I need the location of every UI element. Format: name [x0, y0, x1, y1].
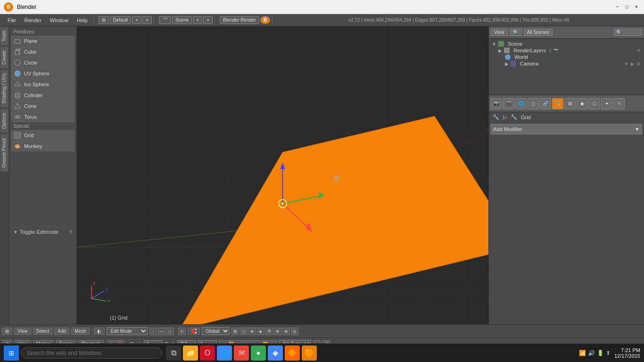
view-opt-4[interactable]: ◈	[257, 328, 264, 335]
scenes-search-input[interactable]	[614, 29, 642, 36]
render-layers-icon	[504, 48, 510, 53]
svg-rect-8	[15, 94, 20, 97]
separator-1	[91, 327, 92, 336]
view-opt-6[interactable]: ⊗	[274, 328, 281, 335]
toggle-editmode-label[interactable]: Toggle Editmode	[20, 229, 58, 235]
camera-restrict-view-icon[interactable]: 👁	[624, 61, 629, 66]
add-scene-button[interactable]: +	[193, 16, 202, 24]
title-bar: B Blender − □ ×	[0, 0, 644, 14]
prop-physics-button[interactable]: ⚛	[613, 98, 625, 109]
svg-point-48	[281, 203, 283, 205]
create-tab[interactable]: Create	[0, 46, 9, 69]
screen-layout-select[interactable]: Default	[110, 16, 132, 24]
app-icon-8[interactable]: 🔶	[285, 346, 300, 361]
edge-select-btn[interactable]: —	[158, 328, 165, 335]
snap-btn[interactable]: 🧲	[188, 328, 200, 335]
grid-special-label: Grid	[24, 132, 34, 138]
minimize-button[interactable]: −	[614, 3, 621, 11]
scenes-label[interactable]: All Scenes	[524, 29, 553, 36]
prop-scene-button[interactable]: 🎬	[503, 98, 514, 109]
viewport[interactable]: User Persp +	[77, 26, 488, 324]
view-opt-3[interactable]: ⊕	[248, 328, 256, 335]
close-button[interactable]: ×	[633, 3, 640, 11]
prop-world-button[interactable]: 🌐	[515, 98, 527, 109]
scenes-search-button[interactable]: 🔍	[510, 29, 522, 36]
world-row[interactable]: World	[491, 54, 642, 60]
primitives-title: Primitives:	[11, 28, 74, 35]
prop-material-button[interactable]: ◆	[577, 98, 588, 109]
grease-pencil-tab[interactable]: Grease Pencil	[0, 134, 9, 172]
maximize-button[interactable]: □	[623, 3, 631, 11]
plane-item[interactable]: Plane	[11, 36, 74, 46]
chrome-icon[interactable]: 🌐	[217, 346, 232, 361]
render-layers-eye-icon: 👁	[636, 48, 641, 53]
shading-uvs-tab[interactable]: Shading / UVs	[0, 69, 9, 108]
proportional-edit-btn[interactable]: ⊙	[178, 328, 186, 335]
taskbar-search-input[interactable]	[21, 347, 162, 359]
prop-texture-button[interactable]: ⬡	[589, 98, 600, 109]
viewport-shade-icon[interactable]: ◐	[94, 328, 105, 335]
uv-sphere-item[interactable]: UV Sphere	[11, 68, 74, 79]
viewport-icon-btn[interactable]: ⊞	[2, 328, 12, 335]
grid-special-item[interactable]: Grid	[11, 130, 74, 140]
remove-scene-button[interactable]: ×	[203, 16, 213, 24]
app-icon-7[interactable]: ◆	[268, 346, 283, 361]
options-tab[interactable]: Options	[0, 108, 9, 133]
svg-point-14	[16, 116, 19, 118]
prop-object-button[interactable]: ◻	[528, 98, 539, 109]
view-menu-button[interactable]: View	[14, 328, 31, 335]
add-modifier-button[interactable]: Add Modifier ▼	[491, 124, 642, 134]
scene-row[interactable]: ▼ Scene	[491, 41, 642, 47]
view-opt-5[interactable]: ⧉	[265, 328, 273, 335]
file-menu[interactable]: File	[4, 16, 20, 24]
render-layers-row[interactable]: ▶ RenderLayers | 📷 👁	[491, 47, 642, 54]
prop-data-button[interactable]: ⊞	[564, 98, 576, 109]
app-icon-6[interactable]: ●	[251, 346, 266, 361]
render-menu[interactable]: Render	[21, 16, 45, 24]
view-button[interactable]: View	[491, 29, 508, 36]
taskbar: ⊞ ⧉ 📁 O 🌐 ✉ ● ◆ 🔶 🟠 📶 🔊 🔋 ⬆ 7:21 PM 12/1…	[0, 343, 644, 362]
modifier-wrench-icon: 🔧	[493, 114, 499, 120]
render-engine-select[interactable]: Blender Render	[220, 16, 259, 24]
start-button[interactable]: ⊞	[4, 346, 19, 361]
view-opt-8[interactable]: ◎	[291, 328, 298, 335]
view-opt-2[interactable]: ◻	[240, 328, 248, 335]
mail-icon[interactable]: ✉	[234, 346, 249, 361]
prop-render-button[interactable]: 📷	[491, 98, 502, 109]
add-screen-button[interactable]: +	[132, 16, 141, 24]
remove-screen-button[interactable]: ×	[142, 16, 152, 24]
camera-render-icon[interactable]: ▶	[630, 61, 635, 66]
cube-item[interactable]: Cube	[11, 47, 74, 57]
select-menu-button[interactable]: Select	[33, 328, 53, 335]
vertex-select-btn[interactable]: ·	[149, 328, 157, 335]
circle-item[interactable]: Circle	[11, 58, 74, 68]
cone-label: Cone	[24, 103, 36, 109]
monkey-item[interactable]: 🐵 Monkey	[11, 141, 74, 151]
torus-item[interactable]: Torus	[11, 112, 74, 122]
prop-modifiers-button[interactable]: 🔧	[552, 98, 563, 109]
blender-taskbar-icon[interactable]: 🟠	[302, 346, 317, 361]
right-top-bar: View 🔍 All Scenes	[489, 26, 644, 39]
mesh-menu-button[interactable]: Mesh	[71, 328, 89, 335]
face-select-btn[interactable]: □	[166, 328, 174, 335]
ico-sphere-item[interactable]: Ico Sphere	[11, 79, 74, 90]
task-view-icon[interactable]: ⧉	[166, 346, 181, 361]
tools-tab[interactable]: Tools	[0, 26, 9, 46]
svg-point-5	[15, 71, 20, 76]
cylinder-item[interactable]: Cylinder	[11, 90, 74, 100]
camera-settings-icon[interactable]: ⚙	[636, 61, 641, 66]
cone-item[interactable]: Cone	[11, 101, 74, 111]
file-explorer-icon[interactable]: 📁	[183, 346, 198, 361]
help-menu[interactable]: Help	[73, 16, 91, 24]
opera-icon[interactable]: O	[200, 346, 215, 361]
edit-mode-select[interactable]: Edit Mode Object Mode	[107, 327, 148, 335]
view-opt-1[interactable]: ⊞	[231, 328, 239, 335]
camera-row[interactable]: ▶ Camera 👁 ▶ ⚙	[491, 60, 642, 67]
prop-constraints-button[interactable]: 🔗	[540, 98, 551, 109]
transform-space-select[interactable]: Global Local	[202, 327, 230, 335]
prop-particles-button[interactable]: ✦	[601, 98, 612, 109]
view-opt-7[interactable]: ⊕	[282, 328, 290, 335]
window-menu[interactable]: Window	[46, 16, 72, 24]
add-menu-button[interactable]: Add	[54, 328, 69, 335]
scene-select[interactable]: Scene	[172, 16, 192, 24]
